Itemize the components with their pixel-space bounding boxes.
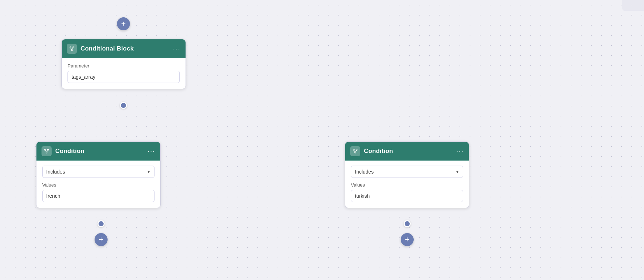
includes-select-wrapper-right: Includes Excludes Equals Not Equals ▼ xyxy=(351,166,463,178)
branch-icon-right xyxy=(350,146,360,156)
condition-node-right: Condition ··· Includes Excludes Equals N… xyxy=(345,141,469,208)
values-input-left[interactable] xyxy=(42,190,155,202)
conditional-block-menu[interactable]: ··· xyxy=(173,45,180,53)
svg-line-19 xyxy=(354,150,355,152)
condition-right-body: Includes Excludes Equals Not Equals ▼ Va… xyxy=(345,161,469,208)
includes-select-left[interactable]: Includes Excludes Equals Not Equals xyxy=(42,166,155,178)
parameter-input[interactable] xyxy=(68,71,180,83)
conditional-block-header: Conditional Block ··· xyxy=(62,39,186,58)
connector-dot-top xyxy=(120,102,127,109)
watermark xyxy=(622,0,644,11)
condition-right-title: Condition xyxy=(364,148,453,155)
add-bottom-right-button[interactable]: + xyxy=(401,233,414,246)
condition-left-body: Includes Excludes Equals Not Equals ▼ Va… xyxy=(36,161,160,208)
includes-select-right[interactable]: Includes Excludes Equals Not Equals xyxy=(351,166,463,178)
branch-icon xyxy=(67,44,77,54)
conditional-block-body: Parameter xyxy=(62,58,186,89)
connector-dot-left xyxy=(97,220,105,227)
values-input-right[interactable] xyxy=(351,190,463,202)
svg-line-15 xyxy=(47,150,48,152)
condition-right-menu[interactable]: ··· xyxy=(456,148,464,155)
parameter-label: Parameter xyxy=(68,63,180,69)
conditional-block-node: Conditional Block ··· Parameter xyxy=(61,39,186,89)
add-top-button[interactable]: + xyxy=(117,17,130,30)
includes-select-wrapper-left: Includes Excludes Equals Not Equals ▼ xyxy=(42,166,155,178)
conditional-block-title: Conditional Block xyxy=(80,45,169,52)
condition-node-left: Condition ··· Includes Excludes Equals N… xyxy=(36,141,161,208)
svg-line-10 xyxy=(72,48,73,50)
condition-right-header: Condition ··· xyxy=(345,142,469,161)
branch-icon-left xyxy=(42,146,52,156)
svg-line-20 xyxy=(355,150,357,152)
condition-left-menu[interactable]: ··· xyxy=(148,148,155,155)
condition-left-header: Condition ··· xyxy=(36,142,160,161)
values-label-right: Values xyxy=(351,182,463,188)
svg-line-9 xyxy=(70,48,72,50)
condition-left-title: Condition xyxy=(55,148,144,155)
add-bottom-left-button[interactable]: + xyxy=(95,233,108,246)
connector-dot-right xyxy=(404,220,411,227)
values-label-left: Values xyxy=(42,182,155,188)
svg-line-14 xyxy=(45,150,47,152)
